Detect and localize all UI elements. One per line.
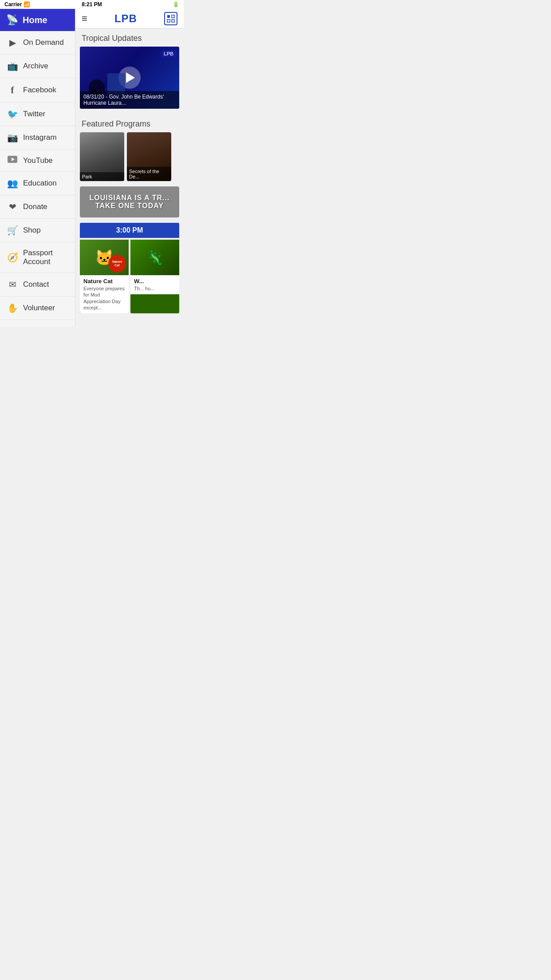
- lpb-logo: LPB: [114, 12, 137, 25]
- second-program-character: 🦎: [147, 250, 163, 265]
- on-demand-label: On Demand: [23, 38, 64, 47]
- main-content: ≡ LPB Tropical Updates: [75, 9, 184, 327]
- sidebar-home-item[interactable]: 📡 Home: [0, 9, 75, 31]
- sidebar-item-donate[interactable]: ❤ Donate: [0, 195, 75, 219]
- facebook-icon: f: [6, 84, 19, 96]
- schedule-time-bar: 3:00 PM: [80, 223, 179, 238]
- second-program-image: 🦎: [130, 240, 179, 275]
- status-left: Carrier 📶: [4, 1, 30, 8]
- archive-label: Archive: [23, 62, 48, 71]
- nature-cat-schedule-card[interactable]: 🐱 NatureCat Nature Cat Everyone prepares…: [80, 240, 129, 313]
- battery-icon: 🔋: [173, 1, 179, 8]
- sidebar-item-shop[interactable]: 🛒 Shop: [0, 219, 75, 242]
- nature-cat-description: Everyone prepares for Mud Appreciation D…: [83, 285, 125, 311]
- svg-rect-3: [172, 15, 174, 18]
- sidebar-item-passport[interactable]: 🧭 Passport Account: [0, 242, 75, 273]
- nature-cat-card-body: Nature Cat Everyone prepares for Mud App…: [80, 275, 129, 313]
- featured-card-secrets[interactable]: Secrets of the De...: [127, 132, 171, 181]
- tropical-updates-title: Tropical Updates: [75, 28, 184, 47]
- wifi-icon: 📶: [24, 1, 30, 8]
- contact-label: Contact: [23, 280, 49, 289]
- nature-cat-badge: NatureCat: [108, 255, 126, 273]
- schedule-programs-row: 🐱 NatureCat Nature Cat Everyone prepares…: [75, 240, 184, 318]
- passport-icon: 🧭: [6, 252, 19, 263]
- nature-cat-badge-text: NatureCat: [112, 260, 122, 267]
- banner-text: LOUISIANA IS A TR... TAKE ONE TODAY: [90, 194, 170, 210]
- education-label: Education: [23, 179, 57, 188]
- shop-cart-icon: 🛒: [6, 225, 19, 236]
- facebook-label: Facebook: [23, 86, 56, 95]
- play-icon: ▶: [6, 37, 19, 48]
- sidebar-item-volunteer[interactable]: ✋ Volunteer: [0, 296, 75, 320]
- sidebar-item-on-demand[interactable]: ▶ On Demand: [0, 31, 75, 55]
- nature-cat-image: 🐱 NatureCat: [80, 240, 129, 275]
- main-topbar: ≡ LPB: [75, 9, 184, 28]
- donate-label: Donate: [23, 202, 47, 211]
- lpb-watermark: LPB: [161, 50, 176, 57]
- featured-programs-title: Featured Programs: [75, 114, 184, 132]
- second-program-title: W...: [134, 278, 176, 285]
- svg-rect-5: [172, 20, 174, 22]
- home-broadcast-icon: 📡: [6, 14, 18, 26]
- status-bar: Carrier 📶 8:21 PM 🔋: [0, 0, 184, 9]
- sidebar-item-instagram[interactable]: 📷 Instagram: [0, 126, 75, 150]
- youtube-icon: [6, 156, 19, 165]
- volunteer-hand-icon: ✋: [6, 303, 19, 313]
- sidebar-item-help[interactable]: ❓ Help: [0, 320, 75, 327]
- volunteer-label: Volunteer: [23, 304, 55, 312]
- sidebar-home-label: Home: [23, 15, 47, 25]
- sidebar-item-education[interactable]: 👥 Education: [0, 172, 75, 195]
- twitter-label: Twitter: [23, 110, 45, 119]
- louisiana-banner[interactable]: LOUISIANA IS A TR... TAKE ONE TODAY: [80, 186, 179, 217]
- status-right: 🔋: [173, 1, 179, 8]
- sidebar-item-archive[interactable]: 📺 Archive: [0, 55, 75, 78]
- featured-programs-row: Park Secrets of the De...: [75, 132, 184, 186]
- banner-line1: LOUISIANA IS A TR...: [90, 194, 170, 202]
- featured-card-park[interactable]: Park: [80, 132, 124, 181]
- secrets-card-label: Secrets of the De...: [127, 167, 171, 181]
- youtube-label: YouTube: [23, 156, 53, 165]
- sidebar-item-twitter[interactable]: 🐦 Twitter: [0, 103, 75, 126]
- sidebar-item-youtube[interactable]: YouTube: [0, 150, 75, 172]
- twitter-icon: 🐦: [6, 109, 19, 119]
- app-container: 📡 Home ▶ On Demand 📺 Archive f Facebook …: [0, 9, 184, 327]
- instagram-icon: 📷: [6, 132, 19, 143]
- park-card-label: Park: [80, 172, 124, 181]
- second-program-card-body: W... Th... hu...: [130, 275, 179, 294]
- tv-icon: 📺: [6, 61, 19, 71]
- sidebar-item-facebook[interactable]: f Facebook: [0, 78, 75, 103]
- second-program-schedule-card[interactable]: 🦎 W... Th... hu...: [130, 240, 179, 313]
- hamburger-menu-icon[interactable]: ≡: [82, 13, 87, 24]
- contact-envelope-icon: ✉: [6, 279, 19, 290]
- tropical-updates-video[interactable]: LPB 08/31/20 - Gov. John Be Edwards' Hur…: [80, 47, 179, 109]
- play-triangle-icon: [126, 72, 135, 83]
- status-time: 8:21 PM: [82, 1, 102, 8]
- help-icon: ❓: [6, 326, 19, 327]
- carrier-label: Carrier: [4, 1, 22, 8]
- svg-rect-2: [167, 15, 170, 18]
- sidebar-item-contact[interactable]: ✉ Contact: [0, 273, 75, 296]
- education-icon: 👥: [6, 178, 19, 189]
- instagram-label: Instagram: [23, 133, 57, 142]
- svg-rect-4: [167, 20, 170, 22]
- channel-guide-icon[interactable]: [164, 12, 177, 25]
- passport-label: Passport Account: [23, 249, 69, 266]
- banner-line2: TAKE ONE TODAY: [90, 202, 170, 210]
- sidebar: 📡 Home ▶ On Demand 📺 Archive f Facebook …: [0, 9, 75, 327]
- nature-cat-title: Nature Cat: [83, 278, 125, 285]
- second-program-description: Th... hu...: [134, 285, 176, 292]
- shop-label: Shop: [23, 226, 41, 235]
- donate-heart-icon: ❤: [6, 202, 19, 212]
- video-caption: 08/31/20 - Gov. John Be Edwards' Hurrica…: [80, 91, 179, 109]
